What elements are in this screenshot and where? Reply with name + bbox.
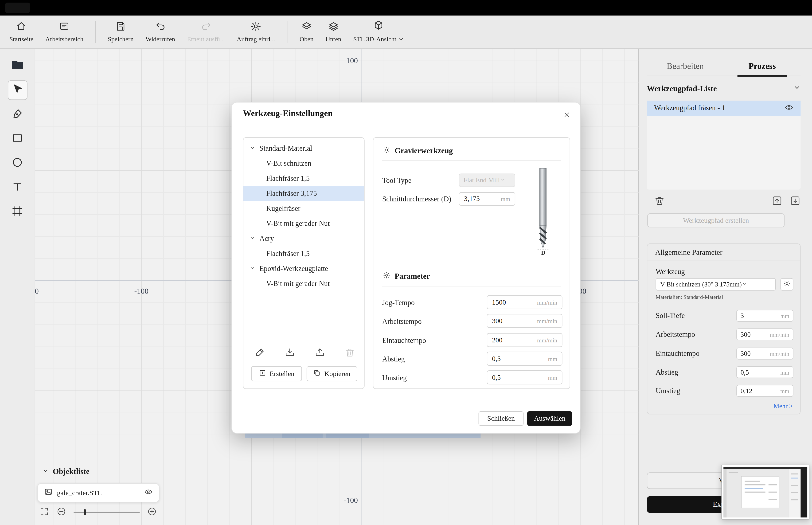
toolbar-button-unten[interactable]: Unten bbox=[325, 20, 341, 43]
toolbar-label: Arbeitsbereich bbox=[45, 35, 83, 43]
input-value: 0,5 bbox=[740, 368, 780, 376]
transform-tool-button[interactable] bbox=[7, 202, 27, 222]
umstieg-input[interactable]: 0,5 mm bbox=[487, 370, 563, 385]
soll-tiefe-input[interactable]: 3 mm bbox=[736, 310, 793, 322]
eye-icon[interactable] bbox=[784, 103, 793, 114]
param-label: Umstieg bbox=[656, 387, 680, 395]
toolbar-button-erneut-ausfuehren: Erneut ausfü... bbox=[187, 20, 225, 43]
app-window: Startseite Arbeitsbereich Speichern Wide… bbox=[0, 0, 812, 525]
select-tool-button[interactable] bbox=[7, 80, 27, 100]
tree-item-flachfraeser-1-5[interactable]: Flachfräser 1,5 bbox=[243, 171, 364, 186]
tool-detail-panel: Gravierwerkzeug Tool Type Flat End Mill … bbox=[373, 137, 570, 389]
input-unit: mm bbox=[780, 369, 789, 375]
export-icon[interactable] bbox=[315, 347, 325, 358]
tree-label: Acryl bbox=[259, 234, 276, 242]
create-toolpath-button[interactable]: Werkzeugpfad erstellen bbox=[647, 213, 784, 227]
toolbar-button-arbeitsbereich[interactable]: Arbeitsbereich bbox=[45, 20, 83, 43]
preview-thumbnail-image bbox=[723, 467, 807, 518]
eintauchtempo-input[interactable]: 300 mm/min bbox=[736, 348, 793, 360]
toolbar-button-widerrufen[interactable]: Widerrufen bbox=[146, 20, 175, 43]
object-list-item[interactable]: gale_crater.STL bbox=[37, 483, 159, 502]
umstieg-input[interactable]: 0,12 mm bbox=[736, 385, 793, 397]
trash-icon[interactable] bbox=[654, 195, 665, 208]
jog-tempo-input[interactable]: 1500 mm/min bbox=[487, 295, 563, 309]
input-unit: mm/min bbox=[770, 350, 789, 357]
pen-tool-button[interactable] bbox=[7, 105, 27, 124]
zoom-out-icon[interactable] bbox=[56, 507, 66, 519]
pen-icon bbox=[11, 107, 23, 121]
gear-icon bbox=[783, 280, 791, 289]
tool-settings-button[interactable] bbox=[781, 278, 794, 291]
create-tool-button[interactable]: Erstellen bbox=[251, 366, 302, 381]
input-unit: mm bbox=[501, 196, 510, 202]
tool-sidebar bbox=[0, 49, 35, 525]
object-list-header[interactable]: Objektliste bbox=[43, 467, 90, 476]
tree-item-v-bit-gerade-nut-epoxid[interactable]: V-Bit mit gerader Nut bbox=[243, 276, 364, 291]
close-icon[interactable] bbox=[561, 109, 572, 120]
diameter-input[interactable]: 3,175 mm bbox=[459, 192, 515, 206]
tool-type-value: Flat End Mill bbox=[463, 176, 500, 184]
fit-view-icon[interactable] bbox=[40, 507, 49, 519]
ellipse-icon bbox=[11, 156, 23, 170]
toolpath-list-header[interactable]: Werkzeugpfad-Liste bbox=[647, 84, 801, 93]
abstieg-input[interactable]: 0,5 mm bbox=[736, 366, 793, 378]
copy-tool-button[interactable]: Kopieren bbox=[307, 366, 357, 381]
zoom-slider-handle[interactable] bbox=[84, 509, 86, 515]
eye-icon[interactable] bbox=[144, 487, 153, 498]
eintauchtempo-input[interactable]: 200 mm/min bbox=[487, 333, 563, 347]
open-file-button[interactable] bbox=[7, 56, 27, 76]
toolbar-button-startseite[interactable]: Startseite bbox=[10, 20, 34, 43]
arbeitstempo-input[interactable]: 300 mm/min bbox=[487, 314, 563, 328]
create-tool-label: Erstellen bbox=[270, 370, 294, 378]
tab-label: Bearbeiten bbox=[667, 61, 704, 72]
x-axis-label: -100 bbox=[134, 287, 149, 296]
arbeitstempo-input[interactable]: 300 mm/min bbox=[736, 328, 793, 340]
panel-tabs: Bearbeiten Prozess bbox=[647, 57, 801, 76]
object-name: gale_crater.STL bbox=[57, 489, 140, 497]
tree-group-epoxid-werkzeugplatte[interactable]: Epoxid-Werkzeugplatte bbox=[243, 261, 364, 276]
input-unit: mm bbox=[780, 313, 789, 319]
tab-prozess[interactable]: Prozess bbox=[724, 57, 800, 75]
abstieg-input[interactable]: 0,5 mm bbox=[487, 352, 563, 366]
tree-label: V-Bit mit gerader Nut bbox=[266, 280, 330, 288]
chevron-down-icon bbox=[500, 176, 505, 184]
undo-icon bbox=[155, 20, 166, 34]
engraving-tool-section-header: Gravierwerkzeug bbox=[383, 146, 453, 156]
tree-group-standard-material[interactable]: Standard-Material bbox=[243, 141, 364, 156]
close-button[interactable]: Schließen bbox=[479, 411, 524, 426]
tree-item-v-bit-schnitzen[interactable]: V-Bit schnitzen bbox=[243, 156, 364, 171]
move-up-icon[interactable] bbox=[771, 195, 782, 208]
tool-select[interactable]: V-Bit schnitzen (30° 3.175mm) bbox=[656, 278, 776, 291]
zoom-slider[interactable] bbox=[74, 512, 140, 513]
toolbar-button-auftrag-einrichten[interactable]: Auftrag einri... bbox=[236, 20, 275, 43]
ellipse-tool-button[interactable] bbox=[7, 153, 27, 173]
toolbar-button-stl-3d-ansicht[interactable]: STL 3D-Ansicht bbox=[353, 20, 404, 44]
tree-group-acryl[interactable]: Acryl bbox=[243, 231, 364, 246]
chevron-down-icon bbox=[249, 265, 255, 273]
cube-icon bbox=[373, 20, 384, 33]
param-label: Arbeitstempo bbox=[382, 317, 422, 326]
toolpath-list-item[interactable]: Werkzeugpfad fräsen - 1 bbox=[647, 101, 801, 116]
tab-label: Prozess bbox=[749, 61, 776, 72]
move-down-icon[interactable] bbox=[790, 195, 800, 208]
rectangle-tool-button[interactable] bbox=[7, 129, 27, 149]
text-tool-button[interactable] bbox=[7, 178, 27, 197]
input-value: 300 bbox=[740, 349, 770, 358]
tree-item-kugelfraeser[interactable]: Kugelfräser bbox=[243, 201, 364, 216]
more-link[interactable]: Mehr > bbox=[773, 403, 793, 410]
edit-icon[interactable] bbox=[254, 347, 265, 358]
toolbar-button-oben[interactable]: Oben bbox=[300, 20, 314, 43]
select-button[interactable]: Auswählen bbox=[527, 411, 572, 426]
toolbar-label: Startseite bbox=[10, 35, 34, 43]
import-icon[interactable] bbox=[284, 347, 295, 358]
toolbar-label: Speichern bbox=[108, 35, 134, 43]
tree-item-flachfraeser-3-175[interactable]: Flachfräser 3,175 bbox=[243, 186, 364, 201]
tree-item-flachfraeser-1-5-acryl[interactable]: Flachfräser 1,5 bbox=[243, 246, 364, 261]
toolbar-label: Unten bbox=[325, 35, 341, 43]
zoom-in-icon[interactable] bbox=[147, 507, 157, 519]
tree-item-v-bit-gerade-nut[interactable]: V-Bit mit gerader Nut bbox=[243, 216, 364, 231]
toolbar-button-speichern[interactable]: Speichern bbox=[108, 20, 134, 43]
preview-thumbnail[interactable] bbox=[721, 465, 809, 520]
tab-bearbeiten[interactable]: Bearbeiten bbox=[647, 57, 724, 75]
layers-top-icon bbox=[301, 20, 312, 34]
